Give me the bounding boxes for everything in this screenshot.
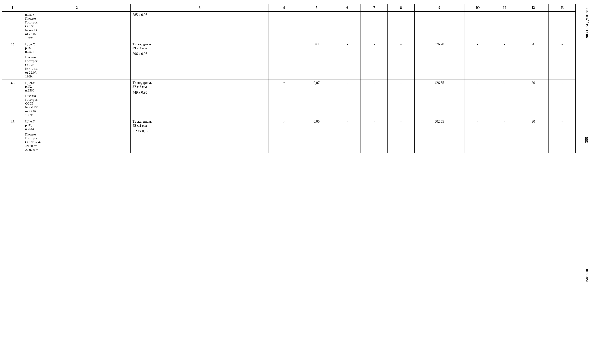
right-label-top: 903-I-/54 Дл.Ш.ч.2 (585, 8, 589, 38)
col-header-11: II (491, 4, 518, 12)
cell-col5: 0,07 (299, 80, 334, 118)
table-row: 44 Ц.I,ч.У, р.IX, п.257I Письмо Госстроя… (2, 41, 576, 80)
cell-col3: 385 x 0,95 (130, 12, 269, 41)
cell-col12 (518, 12, 549, 41)
col-header-5: 5 (299, 4, 334, 12)
cell-col11: - (491, 41, 518, 80)
cell-num: 44 (2, 41, 23, 80)
page-container: I 2 3 4 5 6 7 8 9 IO II I2 I3 п.2576 Пис… (0, 0, 591, 364)
cell-col2: Ц.I,ч.У, р.IX, п.257I Письмо Госстроя СС… (23, 41, 130, 80)
table-row: 45 Ц.I,ч.У, р.IX, п.2566 Письмо Госстроя… (2, 80, 576, 118)
cell-num: 46 (2, 118, 23, 153)
cell-col3: То же, диам.57 x 2 мм 449 x 0,95 (130, 80, 269, 118)
cell-col7: - (361, 118, 388, 153)
cell-col6: - (334, 118, 361, 153)
col-header-13: I3 (549, 4, 576, 12)
cell-main-text: То же, диам.57 x 2 мм (133, 81, 267, 89)
cell-col7 (361, 12, 388, 41)
col-header-1: I (2, 4, 23, 12)
table-row: 46 Ц.I,ч.У, р.IX, п.2564 Письмо Госстроя… (2, 118, 576, 153)
cell-col8: - (387, 41, 414, 80)
cell-col4: т (269, 118, 299, 153)
right-label-bottom: 15858.18 (585, 269, 589, 283)
cell-col8: - (387, 80, 414, 118)
cell-col12: 4 (518, 41, 549, 80)
right-label-middle: - 355 - (584, 135, 589, 145)
cell-col5 (299, 12, 334, 41)
col-header-7: 7 (361, 4, 388, 12)
cell-col3: То же, диам.89 x 2 мм 396 x 0,95 (130, 41, 269, 80)
header-row: I 2 3 4 5 6 7 8 9 IO II I2 I3 (2, 4, 576, 12)
cell-col11: - (491, 118, 518, 153)
cell-col11 (491, 12, 518, 41)
cell-col6: - (334, 41, 361, 80)
cell-main-text: То же, диам.89 x 2 мм (133, 42, 267, 50)
cell-col9: 502,55 (414, 118, 464, 153)
cell-sub-text: 449 x 0,95 (133, 91, 267, 95)
cell-col2: Ц.I,ч.У, р.IX, п.2566 Письмо Госстроя СС… (23, 80, 130, 118)
cell-col3: То же, диам.45 x 2 мм 529 x 0,95 (130, 118, 269, 153)
col-header-12: I2 (518, 4, 549, 12)
cell-col13 (549, 12, 576, 41)
cell-col10: - (464, 80, 491, 118)
cell-col9 (414, 12, 464, 41)
col-header-2: 2 (23, 4, 130, 12)
cell-col6: - (334, 80, 361, 118)
cell-col13: - (549, 118, 576, 153)
cell-col7: - (361, 41, 388, 80)
cell-col8: - (387, 118, 414, 153)
cell-col9: 426,55 (414, 80, 464, 118)
cell-col13: - (549, 41, 576, 80)
cell-col7: - (361, 80, 388, 118)
cell-col10 (464, 12, 491, 41)
col-header-8: 8 (387, 4, 414, 12)
cell-col11: - (491, 80, 518, 118)
cell-sub-text: 396 x 0,95 (133, 52, 267, 56)
cell-col6 (334, 12, 361, 41)
cell-col2: п.2576 Письмо Госстроя СССР № 4-2130 от … (23, 12, 130, 41)
cell-col2: Ц.I,ч.У, р.IX, п.2564 Письмо Госстроя СС… (23, 118, 130, 153)
table-row: п.2576 Письмо Госстроя СССР № 4-2130 от … (2, 12, 576, 41)
cell-col8 (387, 12, 414, 41)
cell-col5: 0,06 (299, 118, 334, 153)
col-header-10: IO (464, 4, 491, 12)
cell-col10: - (464, 41, 491, 80)
col-header-3: 3 (130, 4, 269, 12)
cell-sub-text: 529 x 0,95 (133, 129, 267, 133)
col-header-4: 4 (269, 4, 299, 12)
right-margin: 903-I-/54 Дл.Ш.ч.2 - 355 - 15858.18 (576, 0, 590, 364)
cell-col12: 30 (518, 118, 549, 153)
main-table: I 2 3 4 5 6 7 8 9 IO II I2 I3 п.2576 Пис… (2, 4, 576, 153)
cell-col13: - (549, 80, 576, 118)
cell-num (2, 12, 23, 41)
cell-col4: т (269, 80, 299, 118)
cell-main-text: То же, диам.45 x 2 мм (133, 120, 267, 128)
col-header-6: 6 (334, 4, 361, 12)
cell-col9: 376,20 (414, 41, 464, 80)
cell-col10: - (464, 118, 491, 153)
cell-col4 (269, 12, 299, 41)
cell-num: 45 (2, 80, 23, 118)
cell-col12: 30 (518, 80, 549, 118)
col-header-9: 9 (414, 4, 464, 12)
cell-col4: т (269, 41, 299, 80)
cell-col5: 0,0I (299, 41, 334, 80)
